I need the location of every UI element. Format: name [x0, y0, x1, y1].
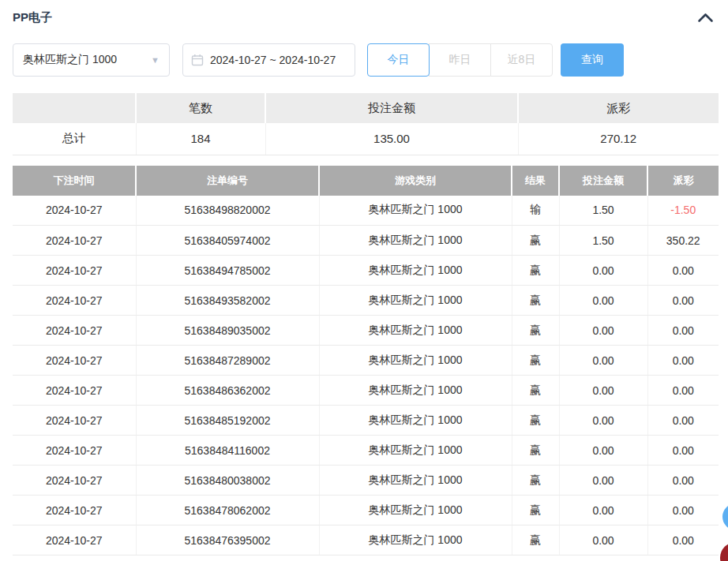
collapse-panel-button[interactable] [694, 11, 717, 24]
bet-id-cell: 51638494785002 [136, 256, 319, 286]
quick-range-group: 今日昨日近8日 [367, 43, 553, 77]
bet-time-cell: 2024-10-27 [13, 466, 136, 496]
payout-cell: 0.00 [647, 346, 719, 376]
summary-count: 184 [136, 123, 265, 155]
bet-time-cell: 2024-10-27 [13, 346, 136, 376]
bet-id-cell: 51638476395002 [136, 525, 319, 555]
panel-pp-electronics: PP电子 奥林匹斯之门 1000 ▼ 2024-10-27 ~ 2024-10-… [13, 0, 719, 555]
bets-table: 下注时间注单编号游戏类别结果投注金额派彩 2024-10-27516384988… [13, 166, 719, 556]
chevron-up-icon [697, 13, 714, 25]
bets-header-row: 下注时间注单编号游戏类别结果投注金额派彩 [13, 166, 719, 196]
bet-amount-cell: 0.00 [559, 286, 647, 316]
summary-header-cell-0 [13, 93, 136, 123]
bet-amount-cell: 0.00 [559, 406, 647, 436]
payout-cell: 0.00 [647, 316, 719, 346]
bet-amount-cell: 1.50 [559, 196, 647, 226]
game-type-cell: 奥林匹斯之门 1000 [319, 496, 512, 525]
payout-cell: 0.00 [647, 466, 719, 496]
result-cell: 赢 [512, 466, 559, 496]
bet-id-cell: 51638493582002 [136, 286, 319, 316]
summary-bet-amount: 135.00 [265, 123, 518, 155]
game-type-cell: 奥林匹斯之门 1000 [319, 226, 512, 256]
game-type-cell: 奥林匹斯之门 1000 [319, 406, 512, 436]
summary-table: 笔数投注金额派彩 总计 184 135.00 270.12 [13, 93, 719, 155]
bet-id-cell: 51638405974002 [136, 226, 319, 256]
bet-id-cell: 51638485192002 [136, 406, 319, 436]
bet-amount-cell: 0.00 [559, 496, 647, 525]
bet-time-cell: 2024-10-27 [13, 286, 136, 316]
bet-time-cell: 2024-10-27 [13, 406, 136, 436]
game-type-cell: 奥林匹斯之门 1000 [319, 286, 512, 316]
bets-header-cell-1: 注单编号 [136, 166, 319, 196]
bet-time-cell: 2024-10-27 [13, 525, 136, 555]
bets-header-cell-4: 投注金额 [559, 166, 647, 196]
result-cell: 赢 [512, 346, 559, 376]
summary-header-row: 笔数投注金额派彩 [13, 93, 719, 123]
payout-cell: 0.00 [647, 286, 719, 316]
game-type-cell: 奥林匹斯之门 1000 [319, 525, 512, 555]
table-row: 2024-10-2751638484116002奥林匹斯之门 1000赢0.00… [13, 436, 719, 466]
query-button[interactable]: 查询 [561, 43, 624, 77]
payout-cell: 0.00 [647, 406, 719, 436]
payout-cell: -1.50 [647, 196, 719, 226]
table-row: 2024-10-2751638480038002奥林匹斯之门 1000赢0.00… [13, 466, 719, 496]
floating-button-blue[interactable] [722, 503, 728, 530]
payout-cell: 0.00 [647, 256, 719, 286]
bet-time-cell: 2024-10-27 [13, 256, 136, 286]
calendar-icon [191, 54, 204, 66]
table-row: 2024-10-2751638405974002奥林匹斯之门 1000赢1.50… [13, 226, 719, 256]
result-cell: 赢 [512, 256, 559, 286]
payout-cell: 0.00 [647, 525, 719, 555]
summary-header-cell-1: 笔数 [136, 93, 265, 123]
table-row: 2024-10-2751638478062002奥林匹斯之门 1000赢0.00… [13, 496, 719, 525]
game-type-cell: 奥林匹斯之门 1000 [319, 316, 512, 346]
game-type-cell: 奥林匹斯之门 1000 [319, 196, 512, 226]
bet-time-cell: 2024-10-27 [13, 496, 136, 525]
filter-bar: 奥林匹斯之门 1000 ▼ 2024-10-27 ~ 2024-10-27 今日… [13, 43, 719, 77]
game-type-cell: 奥林匹斯之门 1000 [319, 466, 512, 496]
bet-time-cell: 2024-10-27 [13, 436, 136, 466]
floating-button-red[interactable] [720, 542, 728, 561]
bets-header-cell-5: 派彩 [647, 166, 719, 196]
result-cell: 赢 [512, 406, 559, 436]
result-cell: 赢 [512, 376, 559, 406]
bets-header-cell-3: 结果 [512, 166, 559, 196]
quick-range-button-2[interactable]: 近8日 [490, 43, 553, 77]
bet-amount-cell: 0.00 [559, 256, 647, 286]
panel-header: PP电子 [13, 0, 719, 24]
quick-range-button-0[interactable]: 今日 [367, 43, 430, 77]
bet-amount-cell: 0.00 [559, 316, 647, 346]
game-type-cell: 奥林匹斯之门 1000 [319, 436, 512, 466]
table-row: 2024-10-2751638489035002奥林匹斯之门 1000赢0.00… [13, 316, 719, 346]
bet-time-cell: 2024-10-27 [13, 196, 136, 226]
game-type-cell: 奥林匹斯之门 1000 [319, 256, 512, 286]
result-cell: 赢 [512, 226, 559, 256]
bet-id-cell: 51638487289002 [136, 346, 319, 376]
result-cell: 输 [512, 196, 559, 226]
result-cell: 赢 [512, 525, 559, 555]
game-select-value: 奥林匹斯之门 1000 [23, 53, 117, 67]
bet-id-cell: 51638484116002 [136, 436, 319, 466]
bet-time-cell: 2024-10-27 [13, 376, 136, 406]
quick-range-button-1[interactable]: 昨日 [429, 43, 491, 77]
date-range-picker[interactable]: 2024-10-27 ~ 2024-10-27 [182, 43, 355, 77]
bet-time-cell: 2024-10-27 [13, 226, 136, 256]
table-row: 2024-10-2751638476395002奥林匹斯之门 1000赢0.00… [13, 525, 719, 555]
bets-header-cell-2: 游戏类别 [319, 166, 512, 196]
payout-cell: 350.22 [647, 226, 719, 256]
page-title: PP电子 [13, 10, 52, 25]
summary-header-cell-2: 投注金额 [265, 93, 518, 123]
chevron-down-icon: ▼ [151, 56, 159, 65]
game-type-cell: 奥林匹斯之门 1000 [319, 376, 512, 406]
bet-id-cell: 51638478062002 [136, 496, 319, 525]
payout-cell: 0.00 [647, 496, 719, 525]
game-select[interactable]: 奥林匹斯之门 1000 ▼ [13, 43, 170, 77]
bet-amount-cell: 0.00 [559, 525, 647, 555]
result-cell: 赢 [512, 496, 559, 525]
bet-id-cell: 51638486362002 [136, 376, 319, 406]
bet-id-cell: 51638480038002 [136, 466, 319, 496]
bet-amount-cell: 0.00 [559, 346, 647, 376]
table-row: 2024-10-2751638486362002奥林匹斯之门 1000赢0.00… [13, 376, 719, 406]
bet-amount-cell: 0.00 [559, 466, 647, 496]
summary-total-row: 总计 184 135.00 270.12 [13, 123, 719, 155]
